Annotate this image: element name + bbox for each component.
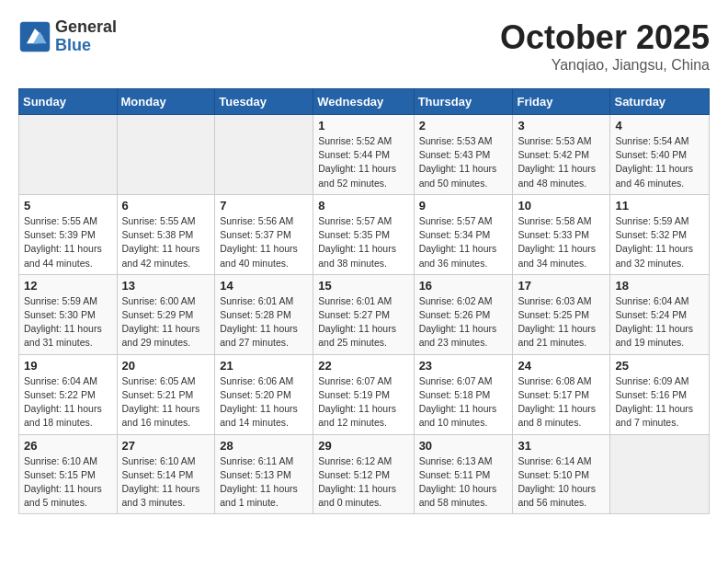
calendar-cell: 14Sunrise: 6:01 AM Sunset: 5:28 PM Dayli…: [215, 274, 313, 354]
week-row-4: 26Sunrise: 6:10 AM Sunset: 5:15 PM Dayli…: [19, 434, 710, 514]
calendar-cell: 22Sunrise: 6:07 AM Sunset: 5:19 PM Dayli…: [313, 354, 414, 434]
location: Yanqiao, Jiangsu, China: [500, 57, 710, 74]
day-number: 15: [318, 279, 408, 293]
day-number: 23: [419, 359, 508, 373]
week-row-3: 19Sunrise: 6:04 AM Sunset: 5:22 PM Dayli…: [19, 354, 710, 434]
header-day-sunday: Sunday: [19, 89, 118, 115]
header-day-wednesday: Wednesday: [313, 89, 414, 115]
calendar-cell: 11Sunrise: 5:59 AM Sunset: 5:32 PM Dayli…: [610, 194, 710, 274]
day-info: Sunrise: 5:57 AM Sunset: 5:34 PM Dayligh…: [419, 214, 508, 270]
day-number: 20: [122, 359, 210, 373]
day-number: 4: [615, 119, 704, 132]
calendar-cell: 20Sunrise: 6:05 AM Sunset: 5:21 PM Dayli…: [117, 354, 215, 434]
calendar-header: SundayMondayTuesdayWednesdayThursdayFrid…: [19, 89, 710, 115]
day-number: 8: [318, 199, 408, 213]
calendar-cell: 8Sunrise: 5:57 AM Sunset: 5:35 PM Daylig…: [313, 194, 414, 274]
day-info: Sunrise: 5:58 AM Sunset: 5:33 PM Dayligh…: [518, 214, 605, 270]
day-number: 3: [518, 119, 605, 132]
week-row-2: 12Sunrise: 5:59 AM Sunset: 5:30 PM Dayli…: [19, 274, 710, 354]
calendar-cell: 15Sunrise: 6:01 AM Sunset: 5:27 PM Dayli…: [313, 274, 414, 354]
day-number: 21: [220, 359, 308, 373]
header-row: SundayMondayTuesdayWednesdayThursdayFrid…: [19, 89, 710, 115]
day-number: 19: [24, 359, 112, 373]
day-info: Sunrise: 6:13 AM Sunset: 5:11 PM Dayligh…: [419, 454, 508, 511]
day-number: 31: [518, 439, 605, 453]
day-number: 6: [122, 199, 210, 213]
day-info: Sunrise: 5:55 AM Sunset: 5:38 PM Dayligh…: [122, 214, 210, 270]
calendar-cell: 7Sunrise: 5:56 AM Sunset: 5:37 PM Daylig…: [215, 194, 313, 274]
calendar-cell: 6Sunrise: 5:55 AM Sunset: 5:38 PM Daylig…: [117, 194, 215, 274]
calendar-cell: 2Sunrise: 5:53 AM Sunset: 5:43 PM Daylig…: [414, 115, 513, 195]
day-info: Sunrise: 5:52 AM Sunset: 5:44 PM Dayligh…: [318, 134, 408, 190]
calendar-cell: 26Sunrise: 6:10 AM Sunset: 5:15 PM Dayli…: [19, 434, 118, 514]
week-row-1: 5Sunrise: 5:55 AM Sunset: 5:39 PM Daylig…: [19, 194, 710, 274]
calendar-cell: 12Sunrise: 5:59 AM Sunset: 5:30 PM Dayli…: [19, 274, 118, 354]
day-number: 22: [318, 359, 408, 373]
header-day-tuesday: Tuesday: [215, 89, 313, 115]
day-number: 16: [419, 279, 508, 293]
day-number: 17: [518, 279, 605, 293]
calendar-cell: 18Sunrise: 6:04 AM Sunset: 5:24 PM Dayli…: [610, 274, 710, 354]
calendar-cell: 17Sunrise: 6:03 AM Sunset: 5:25 PM Dayli…: [513, 274, 610, 354]
day-info: Sunrise: 5:59 AM Sunset: 5:32 PM Dayligh…: [615, 214, 704, 270]
logo-icon: [18, 20, 51, 53]
day-number: 26: [24, 439, 112, 453]
calendar-cell: 31Sunrise: 6:14 AM Sunset: 5:10 PM Dayli…: [513, 434, 610, 514]
day-number: 24: [518, 359, 605, 373]
calendar-cell: [215, 115, 313, 195]
day-info: Sunrise: 6:11 AM Sunset: 5:13 PM Dayligh…: [220, 454, 308, 511]
header-day-thursday: Thursday: [414, 89, 513, 115]
day-info: Sunrise: 5:53 AM Sunset: 5:42 PM Dayligh…: [518, 134, 605, 190]
calendar-cell: 30Sunrise: 6:13 AM Sunset: 5:11 PM Dayli…: [414, 434, 513, 514]
calendar-cell: 9Sunrise: 5:57 AM Sunset: 5:34 PM Daylig…: [414, 194, 513, 274]
calendar-cell: 29Sunrise: 6:12 AM Sunset: 5:12 PM Dayli…: [313, 434, 414, 514]
day-info: Sunrise: 6:12 AM Sunset: 5:12 PM Dayligh…: [318, 454, 408, 511]
day-info: Sunrise: 6:07 AM Sunset: 5:19 PM Dayligh…: [318, 374, 408, 431]
day-number: 28: [220, 439, 308, 453]
day-info: Sunrise: 6:06 AM Sunset: 5:20 PM Dayligh…: [220, 374, 308, 431]
day-info: Sunrise: 5:55 AM Sunset: 5:39 PM Dayligh…: [24, 214, 112, 270]
calendar-cell: [610, 434, 710, 514]
day-info: Sunrise: 5:57 AM Sunset: 5:35 PM Dayligh…: [318, 214, 408, 270]
day-info: Sunrise: 6:09 AM Sunset: 5:16 PM Dayligh…: [615, 374, 704, 431]
day-info: Sunrise: 6:04 AM Sunset: 5:22 PM Dayligh…: [24, 374, 112, 431]
month-title: October 2025: [500, 18, 710, 57]
week-row-0: 1Sunrise: 5:52 AM Sunset: 5:44 PM Daylig…: [19, 115, 710, 195]
header-day-friday: Friday: [513, 89, 610, 115]
day-info: Sunrise: 6:04 AM Sunset: 5:24 PM Dayligh…: [615, 294, 704, 350]
day-info: Sunrise: 5:56 AM Sunset: 5:37 PM Dayligh…: [220, 214, 308, 270]
calendar-cell: 25Sunrise: 6:09 AM Sunset: 5:16 PM Dayli…: [610, 354, 710, 434]
calendar-cell: 13Sunrise: 6:00 AM Sunset: 5:29 PM Dayli…: [117, 274, 215, 354]
header-day-saturday: Saturday: [610, 89, 710, 115]
calendar-cell: 4Sunrise: 5:54 AM Sunset: 5:40 PM Daylig…: [610, 115, 710, 195]
calendar-cell: 5Sunrise: 5:55 AM Sunset: 5:39 PM Daylig…: [19, 194, 118, 274]
logo-blue: Blue: [55, 37, 117, 55]
day-number: 11: [615, 199, 704, 213]
day-info: Sunrise: 6:14 AM Sunset: 5:10 PM Dayligh…: [518, 454, 605, 511]
calendar-cell: [117, 115, 215, 195]
day-info: Sunrise: 6:01 AM Sunset: 5:27 PM Dayligh…: [318, 294, 408, 350]
day-number: 13: [122, 279, 210, 293]
day-info: Sunrise: 5:53 AM Sunset: 5:43 PM Dayligh…: [419, 134, 508, 190]
day-number: 14: [220, 279, 308, 293]
day-number: 2: [419, 119, 508, 132]
day-number: 30: [419, 439, 508, 453]
calendar-body: 1Sunrise: 5:52 AM Sunset: 5:44 PM Daylig…: [19, 115, 710, 514]
day-number: 1: [318, 119, 408, 132]
calendar-table: SundayMondayTuesdayWednesdayThursdayFrid…: [18, 88, 710, 514]
calendar-cell: 23Sunrise: 6:07 AM Sunset: 5:18 PM Dayli…: [414, 354, 513, 434]
day-number: 10: [518, 199, 605, 213]
calendar-cell: 28Sunrise: 6:11 AM Sunset: 5:13 PM Dayli…: [215, 434, 313, 514]
calendar-cell: 1Sunrise: 5:52 AM Sunset: 5:44 PM Daylig…: [313, 115, 414, 195]
day-info: Sunrise: 6:10 AM Sunset: 5:14 PM Dayligh…: [122, 454, 210, 511]
day-info: Sunrise: 6:07 AM Sunset: 5:18 PM Dayligh…: [419, 374, 508, 431]
day-info: Sunrise: 6:08 AM Sunset: 5:17 PM Dayligh…: [518, 374, 605, 431]
day-number: 18: [615, 279, 704, 293]
day-number: 25: [615, 359, 704, 373]
day-info: Sunrise: 6:10 AM Sunset: 5:15 PM Dayligh…: [24, 454, 112, 511]
calendar-cell: 10Sunrise: 5:58 AM Sunset: 5:33 PM Dayli…: [513, 194, 610, 274]
day-number: 7: [220, 199, 308, 213]
day-number: 9: [419, 199, 508, 213]
day-number: 5: [24, 199, 112, 213]
calendar-cell: 21Sunrise: 6:06 AM Sunset: 5:20 PM Dayli…: [215, 354, 313, 434]
